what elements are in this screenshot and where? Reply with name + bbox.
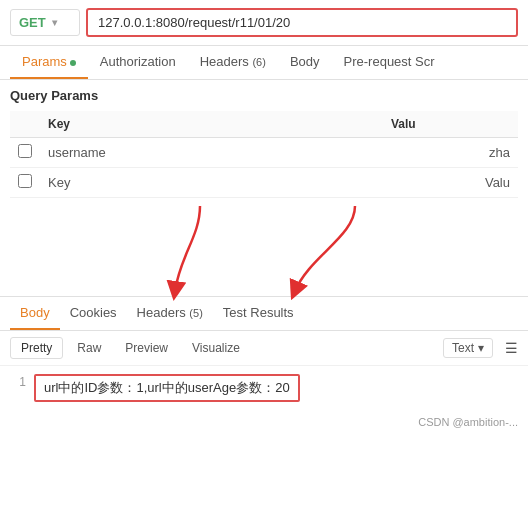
col-spacer [283,111,383,138]
request-tabs: Params Authorization Headers (6) Body Pr… [0,46,528,80]
resp-test-results-label: Test Results [223,305,294,320]
format-tab-pretty[interactable]: Pretty [10,337,63,359]
resp-format-select[interactable]: Text ▾ [443,338,493,358]
param-checkbox-1[interactable] [18,144,32,158]
resp-headers-label: Headers (5) [137,305,203,320]
param-value-1[interactable]: zha [383,138,518,168]
response-area: Body Cookies Headers (5) Test Results Pr… [0,296,528,410]
tab-params-label: Params [22,54,67,69]
resp-format-select-label: Text [452,341,474,355]
tab-prerequest[interactable]: Pre-request Scr [332,46,447,79]
format-pretty-label: Pretty [21,341,52,355]
filter-icon[interactable]: ☰ [505,340,518,356]
tab-authorization-label: Authorization [100,54,176,69]
tab-prerequest-label: Pre-request Scr [344,54,435,69]
param-value-2[interactable]: Valu [383,168,518,198]
format-tab-raw[interactable]: Raw [67,338,111,358]
format-visualize-label: Visualize [192,341,240,355]
request-bar: GET ▾ [0,0,528,46]
col-checkbox [10,111,40,138]
format-tab-visualize[interactable]: Visualize [182,338,250,358]
method-select[interactable]: GET ▾ [10,9,80,36]
tab-headers-label: Headers (6) [200,54,266,69]
resp-tab-test-results[interactable]: Test Results [213,297,304,330]
line-content: url中的ID参数：1,url中的userAge参数：20 [34,374,300,402]
col-value: Valu [383,111,518,138]
url-input[interactable] [86,8,518,37]
resp-body-label: Body [20,305,50,320]
params-table: Key Valu username zha Key Valu [10,111,518,198]
resp-body-content: 1 url中的ID参数：1,url中的userAge参数：20 [0,366,528,410]
format-tab-preview[interactable]: Preview [115,338,178,358]
resp-tab-cookies[interactable]: Cookies [60,297,127,330]
resp-headers-badge: (5) [189,307,202,319]
tab-body-label: Body [290,54,320,69]
tab-headers[interactable]: Headers (6) [188,46,278,79]
method-label: GET [19,15,46,30]
param-checkbox-2[interactable] [18,174,32,188]
resp-line-1: 1 url中的ID参数：1,url中的userAge参数：20 [10,374,518,402]
format-raw-label: Raw [77,341,101,355]
tab-params[interactable]: Params [10,46,88,79]
params-section-title: Query Params [10,88,518,103]
param-key-2[interactable]: Key [40,168,283,198]
params-section: Query Params Key Valu username zha Key V… [0,80,528,206]
tab-body[interactable]: Body [278,46,332,79]
format-preview-label: Preview [125,341,168,355]
param-key-1[interactable]: username [40,138,283,168]
line-number: 1 [10,374,26,389]
resp-tab-headers[interactable]: Headers (5) [127,297,213,330]
col-key: Key [40,111,283,138]
response-tabs: Body Cookies Headers (5) Test Results [0,297,528,331]
method-chevron: ▾ [52,17,57,28]
table-row: Key Valu [10,168,518,198]
watermark-text: CSDN @ambition-... [418,416,518,428]
arrow-svg [0,206,528,296]
tab-authorization[interactable]: Authorization [88,46,188,79]
resp-format-tabs: Pretty Raw Preview Visualize Text ▾ ☰ [0,331,528,366]
params-dot [70,60,76,66]
headers-badge: (6) [252,56,265,68]
watermark: CSDN @ambition-... [0,410,528,432]
resp-format-chevron: ▾ [478,341,484,355]
arrow-annotation [0,206,528,296]
resp-tab-body[interactable]: Body [10,297,60,330]
resp-cookies-label: Cookies [70,305,117,320]
table-row: username zha [10,138,518,168]
